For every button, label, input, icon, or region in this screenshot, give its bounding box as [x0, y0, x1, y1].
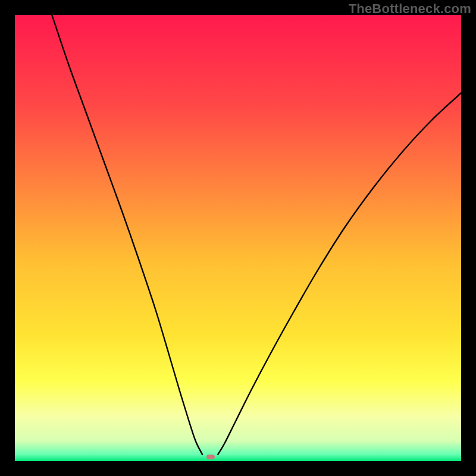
optimal-marker: [206, 455, 215, 459]
curve-right-branch: [218, 93, 461, 455]
curve-left-branch: [52, 15, 202, 455]
bottleneck-curve: [15, 15, 461, 461]
plot-area: [15, 15, 461, 461]
chart-frame: TheBottleneck.com: [0, 0, 476, 476]
